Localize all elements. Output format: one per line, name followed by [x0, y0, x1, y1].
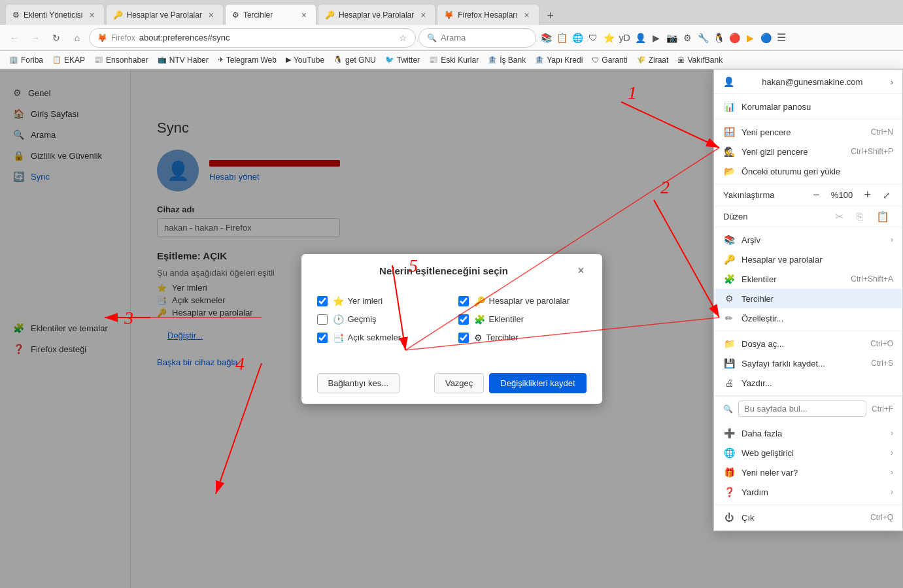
bookmark-eskikurlar[interactable]: 📰 Eski Kurlar: [425, 54, 483, 66]
toolbar-icon-12[interactable]: 🐧: [711, 31, 726, 45]
tab-4[interactable]: 🔑 Hesaplar ve Parolalar ×: [318, 4, 435, 25]
tab-3[interactable]: ⚙ Tercihler ×: [225, 4, 316, 25]
menu-item-hesaplar-parolalar[interactable]: 🔑 Hesaplar ve parolalar: [714, 250, 902, 269]
bookmark-gnu[interactable]: 🐧 get GNU: [330, 54, 380, 66]
dialog-close-button[interactable]: ×: [573, 263, 589, 279]
toolbar-icon-2[interactable]: 📋: [554, 31, 569, 45]
menu-item-cik[interactable]: ⏻ Çık Ctrl+Q: [714, 508, 902, 527]
menu-item-farkli-kaydet[interactable]: 💾 Sayfayı farklı kaydet... Ctrl+S: [714, 353, 902, 373]
menu-item-onceki-oturum[interactable]: 📂 Önceki oturumu geri yükle: [714, 161, 902, 181]
toolbar-icon-9[interactable]: 📷: [664, 31, 679, 45]
bookmark-foriba[interactable]: 🏢 Foriba: [5, 54, 47, 66]
forward-button[interactable]: →: [26, 29, 44, 47]
bookmark-telegram[interactable]: ✈ Telegram Web: [214, 54, 281, 66]
reload-button[interactable]: ↻: [47, 29, 65, 47]
toolbar-icon-5[interactable]: ⭐: [602, 31, 616, 45]
bookmark-ensonhaber[interactable]: 📰 Ensonhaber: [90, 54, 152, 66]
menu-item-tercihler[interactable]: ⚙ Tercihler: [714, 289, 902, 308]
tab-1[interactable]: ⚙ Eklenti Yöneticisi ×: [5, 4, 105, 25]
menu-item-yardim[interactable]: ❓ Yardım ›: [714, 482, 902, 502]
menu-item-ozellestir[interactable]: ✏ Özelleştir...: [714, 308, 902, 328]
menu-user-icon: 👤: [723, 76, 734, 87]
bookmark-yapikredi[interactable]: 🏦 Yapı Kredi: [531, 54, 587, 66]
menu-item-daha-fazla[interactable]: ➕ Daha fazla ›: [714, 423, 902, 443]
checkbox-gecmis[interactable]: [317, 314, 328, 325]
tab-5-close[interactable]: ×: [522, 10, 532, 20]
dialog-footer: Bağlantıyı kes... Vazgeç Değişiklikleri …: [301, 367, 602, 404]
bookmark-ekap[interactable]: 📋 EKAP: [48, 54, 89, 66]
dosya-ac-shortcut: Ctrl+O: [870, 339, 893, 348]
browser-window: ⚙ Eklenti Yöneticisi × 🔑 Hesaplar ve Par…: [0, 0, 903, 69]
checkbox-yerimleri[interactable]: [317, 296, 328, 306]
back-button[interactable]: ←: [5, 29, 24, 47]
find-in-page-input[interactable]: [738, 400, 866, 417]
yardim-arrow-icon: ›: [891, 487, 893, 497]
search-bar[interactable]: 🔍: [418, 28, 536, 48]
menu-item-yeni-neler[interactable]: 🎁 Yeni neler var? ›: [714, 463, 902, 482]
search-input[interactable]: [441, 33, 551, 42]
toolbar-icon-15[interactable]: 🔵: [758, 31, 773, 45]
tercihler-menu-icon: ⚙: [723, 293, 735, 304]
home-button[interactable]: ⌂: [68, 29, 86, 47]
toolbar-icon-6[interactable]: yD: [617, 31, 632, 45]
bookmark-vakifbank[interactable]: 🏛 VakıfBank: [673, 54, 726, 66]
checkbox-aciksekmeler[interactable]: [317, 333, 328, 343]
toolbar-icon-13[interactable]: 🔴: [727, 31, 741, 45]
sync-dialog: Nelerin eşitleneceğini seçin × ⭐ Yer iml…: [301, 254, 602, 404]
bookmark-ntv[interactable]: 📺 NTV Haber: [154, 54, 213, 66]
menu-item-eklentiler[interactable]: 🧩 Eklentiler Ctrl+Shift+A: [714, 269, 902, 289]
toolbar-icon-10[interactable]: ⚙: [680, 31, 694, 45]
bookmark-youtube[interactable]: ▶ YouTube: [282, 54, 328, 66]
save-changes-button[interactable]: Değişiklikleri kaydet: [489, 373, 586, 393]
gizli-pencere-label: Yeni gizli pencere: [741, 147, 844, 157]
menu-item-yeni-pencere[interactable]: 🪟 Yeni pencere Ctrl+N: [714, 122, 902, 142]
tercihler-menu-label: Tercihler: [741, 294, 893, 304]
menu-item-yazdir[interactable]: 🖨 Yazdır...: [714, 373, 902, 393]
zoom-expand-icon[interactable]: ⤢: [880, 190, 893, 201]
cancel-button[interactable]: Vazgeç: [434, 373, 484, 393]
checkbox-tercihler[interactable]: [458, 333, 469, 343]
toolbar-icon-3[interactable]: 🌐: [570, 31, 585, 45]
tab-5[interactable]: 🦊 Firefox Hesapları ×: [437, 4, 539, 25]
checkbox-row-gecmis: 🕐 Geçmiş: [317, 314, 445, 325]
tab-2[interactable]: 🔑 Hesaplar ve Parolalar ×: [106, 4, 224, 25]
tab-4-close[interactable]: ×: [418, 10, 428, 20]
bookmark-twitter[interactable]: 🐦 Twitter: [381, 54, 424, 66]
menu-item-dosya-ac[interactable]: 📁 Dosya aç... Ctrl+O: [714, 334, 902, 353]
copy-icon[interactable]: ⎘: [853, 211, 867, 223]
new-tab-button[interactable]: +: [541, 7, 560, 25]
gecmis-cb-icon: 🕐: [333, 314, 344, 325]
menu-item-korumalar[interactable]: 📊 Korumalar panosu: [714, 97, 902, 116]
menu-section-5: ➕ Daha fazla › 🌐 Web geliştirici › 🎁 Yen…: [714, 421, 902, 505]
menu-item-arsiv[interactable]: 📚 Arşiv ›: [714, 230, 902, 250]
toolbar-icon-8[interactable]: ▶: [649, 31, 663, 45]
tab-1-close[interactable]: ×: [87, 10, 97, 20]
menu-user-row[interactable]: 👤 hakan@gunesmakine.com ›: [714, 70, 902, 94]
bookmark-garanti[interactable]: 🛡 Garanti: [588, 54, 631, 66]
zoom-plus-btn[interactable]: +: [860, 188, 875, 202]
address-bar[interactable]: 🦊 Firefox ☆: [89, 28, 416, 48]
farkli-kaydet-label: Sayfayı farklı kaydet...: [741, 359, 864, 368]
bookmark-star-icon[interactable]: ☆: [399, 33, 407, 43]
cik-icon: ⏻: [723, 512, 735, 523]
tab-3-close[interactable]: ×: [299, 10, 309, 20]
zoom-minus-btn[interactable]: −: [809, 188, 824, 202]
checkbox-eklentiler[interactable]: [458, 314, 469, 325]
toolbar-icon-11[interactable]: 🔧: [696, 31, 710, 45]
toolbar-icon-14[interactable]: ▶: [743, 31, 757, 45]
checkbox-hesaplar[interactable]: [458, 296, 469, 306]
ozellestir-icon: ✏: [723, 313, 735, 323]
menu-item-gizli-pencere[interactable]: 🕵 Yeni gizli pencere Ctrl+Shift+P: [714, 142, 902, 161]
bookmark-isbank[interactable]: 🏦 İş Bank: [484, 54, 530, 66]
menu-icon-btn[interactable]: ☰: [774, 31, 789, 45]
toolbar-icon-4[interactable]: 🛡: [586, 31, 600, 45]
address-input[interactable]: [139, 33, 395, 42]
toolbar-icon-7[interactable]: 👤: [633, 31, 647, 45]
toolbar-icon-1[interactable]: 📚: [539, 31, 553, 45]
menu-item-web-gelistirici[interactable]: 🌐 Web geliştirici ›: [714, 443, 902, 463]
bookmark-ziraat[interactable]: 🌾 Ziraat: [633, 54, 673, 66]
cut-icon[interactable]: ✂: [831, 210, 847, 223]
tab-2-close[interactable]: ×: [206, 10, 216, 20]
disconnect-button[interactable]: Bağlantıyı kes...: [317, 373, 400, 393]
paste-icon[interactable]: 📋: [872, 210, 893, 223]
